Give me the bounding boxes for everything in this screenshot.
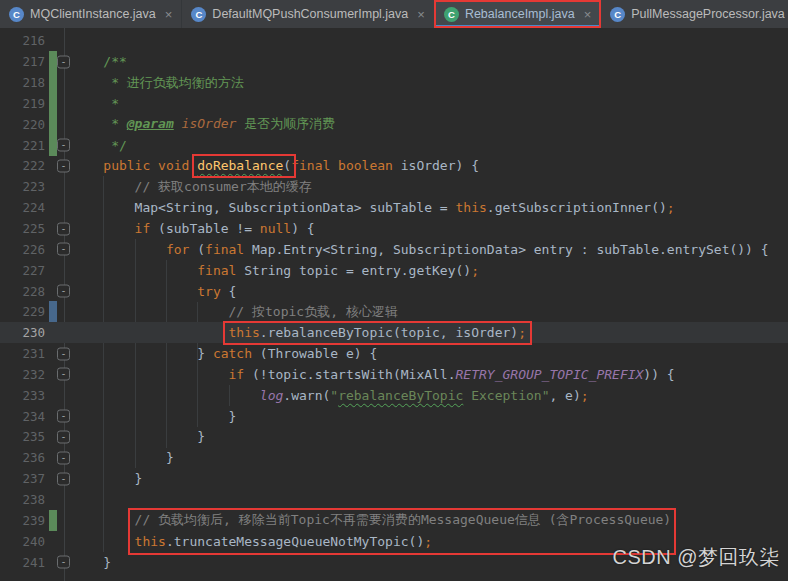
code-token <box>174 116 182 131</box>
fold-close-icon[interactable]: - <box>57 472 70 485</box>
code-line-223[interactable]: 223 // 获取consumer本地的缓存 <box>0 176 788 197</box>
line-number: 229 <box>0 304 45 319</box>
code-text[interactable]: log.warn("rebalanceByTopic Exception", e… <box>72 388 788 403</box>
code-token: .rebalanceByTopic(topic, isOrder) <box>260 325 518 340</box>
fold-open-icon[interactable]: - <box>57 285 70 298</box>
code-text[interactable]: this.rebalanceByTopic(topic, isOrder); <box>72 325 788 340</box>
line-number: 233 <box>0 388 45 403</box>
code-text[interactable]: for (final Map.Entry<String, Subscriptio… <box>72 242 788 257</box>
line-number: 237 <box>0 471 45 486</box>
code-line-230[interactable]: 230 this.rebalanceByTopic(topic, isOrder… <box>0 322 788 343</box>
code-text[interactable]: } <box>72 471 788 486</box>
code-text[interactable]: } <box>72 409 788 424</box>
code-token: } <box>72 450 174 465</box>
code-text[interactable]: // 获取consumer本地的缓存 <box>72 178 788 196</box>
fold-open-icon[interactable]: - <box>57 243 70 256</box>
code-line-237[interactable]: 237- } <box>0 468 788 489</box>
code-line-232[interactable]: 232- if (!topic.startsWith(MixAll.RETRY_… <box>0 364 788 385</box>
code-token: RETRY_GROUP_TOPIC_PREFIX <box>456 367 644 382</box>
code-line-225[interactable]: 225- if (subTable != null) { <box>0 218 788 239</box>
close-icon[interactable]: × <box>584 7 592 22</box>
code-text[interactable]: // 负载均衡后, 移除当前Topic不再需要消费的MessageQueue信息… <box>72 511 788 529</box>
code-token: } <box>72 471 142 486</box>
code-line-231[interactable]: 231- } catch (Throwable e) { <box>0 343 788 364</box>
code-token: */ <box>72 138 127 153</box>
fold-close-icon[interactable]: - <box>57 556 70 569</box>
code-token: ; <box>667 200 675 215</box>
code-text[interactable]: public void doRebalance(final boolean is… <box>72 158 788 173</box>
code-line-236[interactable]: 236- } <box>0 447 788 468</box>
watermark: CSDN @梦回玖柒 <box>612 544 780 571</box>
code-line-216[interactable]: 216 <box>0 31 788 52</box>
fold-open-icon[interactable]: - <box>57 159 70 172</box>
code-line-235[interactable]: 235- } <box>0 427 788 448</box>
code-token: } <box>72 429 205 444</box>
code-text[interactable]: } <box>72 429 788 444</box>
gutter: 216 <box>0 31 72 52</box>
code-line-234[interactable]: 234- } <box>0 406 788 427</box>
line-number: 235 <box>0 429 45 444</box>
code-line-238[interactable]: 238 <box>0 489 788 510</box>
code-text[interactable]: /** <box>72 54 788 69</box>
code-token: String topic = entry.getKey() <box>236 263 471 278</box>
fold-open-icon[interactable]: - <box>57 368 70 381</box>
close-icon[interactable]: × <box>417 7 425 22</box>
code-token: ( <box>283 158 291 173</box>
gutter: 234- <box>0 406 72 427</box>
code-line-218[interactable]: 218 * 进行负载均衡的方法 <box>0 72 788 93</box>
code-line-228[interactable]: 228- try { <box>0 281 788 302</box>
close-icon[interactable]: × <box>165 7 173 22</box>
vcs-modified-marker <box>49 301 57 322</box>
code-text[interactable]: if (subTable != null) { <box>72 221 788 236</box>
line-number: 238 <box>0 492 45 507</box>
code-line-227[interactable]: 227 final String topic = entry.getKey(); <box>0 260 788 281</box>
fold-open-icon[interactable]: - <box>57 222 70 235</box>
gutter: 228- <box>0 281 72 302</box>
code-text[interactable]: try { <box>72 284 788 299</box>
code-line-226[interactable]: 226- for (final Map.Entry<String, Subscr… <box>0 239 788 260</box>
code-text[interactable]: } <box>72 450 788 465</box>
code-line-233[interactable]: 233 log.warn("rebalanceByTopic Exception… <box>0 385 788 406</box>
code-line-239[interactable]: 239 // 负载均衡后, 移除当前Topic不再需要消费的MessageQue… <box>0 510 788 531</box>
code-token: final <box>205 242 244 257</box>
code-text[interactable]: * @param isOrder 是否为顺序消费 <box>72 115 788 133</box>
line-number: 222 <box>0 158 45 173</box>
code-text[interactable]: // 按topic负载, 核心逻辑 <box>72 303 788 321</box>
class-icon: C <box>9 7 24 22</box>
tab-rebalanceimpl-java[interactable]: CRebalanceImpl.java× <box>435 0 601 28</box>
fold-close-icon[interactable]: - <box>57 451 70 464</box>
code-line-224[interactable]: 224 Map<String, SubscriptionData> subTab… <box>0 197 788 218</box>
fold-close-icon[interactable]: - <box>57 410 70 423</box>
code-text[interactable]: * 进行负载均衡的方法 <box>72 74 788 92</box>
code-token: { <box>221 284 237 299</box>
code-line-222[interactable]: 222- public void doRebalance(final boole… <box>0 156 788 177</box>
code-token: (subTable != <box>158 221 260 236</box>
tab-label: MQClientInstance.java <box>30 7 156 21</box>
line-number: 232 <box>0 367 45 382</box>
line-number: 225 <box>0 221 45 236</box>
code-text[interactable]: final String topic = entry.getKey(); <box>72 263 788 278</box>
code-token: Exception" <box>463 388 549 403</box>
code-text[interactable]: */ <box>72 138 788 153</box>
code-text[interactable]: } catch (Throwable e) { <box>72 346 788 361</box>
code-line-229[interactable]: 229 // 按topic负载, 核心逻辑 <box>0 301 788 322</box>
tab-mqclientinstance-java[interactable]: CMQClientInstance.java× <box>0 0 182 28</box>
fold-close-icon[interactable]: - <box>57 347 70 360</box>
fold-close-icon[interactable]: - <box>57 430 70 443</box>
class-icon: C <box>610 7 625 22</box>
line-number: 226 <box>0 242 45 257</box>
code-text[interactable]: * <box>72 96 788 111</box>
fold-open-icon[interactable]: - <box>57 55 70 68</box>
code-text[interactable]: Map<String, SubscriptionData> subTable =… <box>72 200 788 215</box>
tab-pullmessageprocessor-java[interactable]: CPullMessageProcessor.java× <box>601 0 788 28</box>
code-token: * <box>72 96 119 111</box>
code-text[interactable]: if (!topic.startsWith(MixAll.RETRY_GROUP… <box>72 367 788 382</box>
code-token: final boolean <box>291 158 393 173</box>
tab-defaultmqpushconsumerimpl-java[interactable]: CDefaultMQPushConsumerImpl.java× <box>182 0 435 28</box>
code-line-219[interactable]: 219 * <box>0 93 788 114</box>
code-line-220[interactable]: 220 * @param isOrder 是否为顺序消费 <box>0 114 788 135</box>
fold-close-icon[interactable]: - <box>57 139 70 152</box>
code-line-221[interactable]: 221- */ <box>0 135 788 156</box>
code-token: * 进行负载均衡的方法 <box>72 75 244 90</box>
code-line-217[interactable]: 217- /** <box>0 51 788 72</box>
